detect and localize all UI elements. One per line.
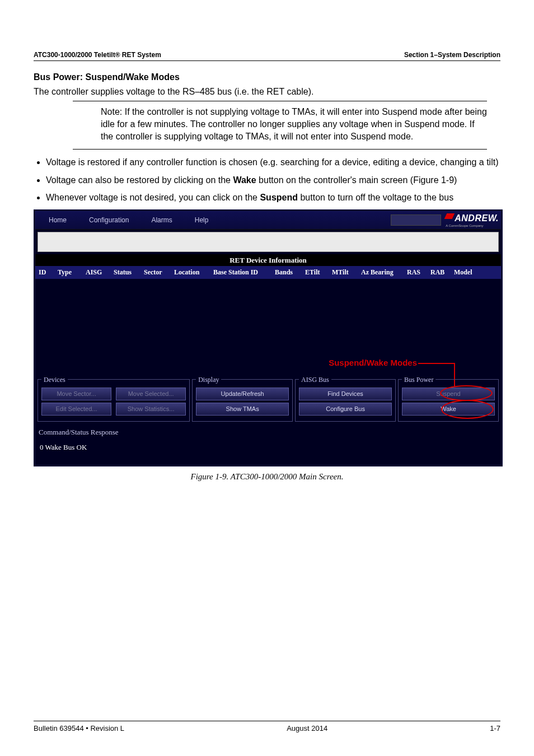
col-status[interactable]: Status — [114, 268, 138, 277]
col-id[interactable]: ID — [39, 268, 52, 277]
intro-paragraph: The controller supplies voltage to the R… — [34, 86, 500, 98]
move-selected-button[interactable]: Move Selected... — [116, 388, 186, 400]
figure-caption: Figure 1-9. ATC300-1000/2000 Main Screen… — [34, 471, 500, 482]
command-status-body: 0 Wake Bus OK — [39, 437, 498, 461]
callout-line-icon — [418, 363, 455, 364]
col-az-bearing[interactable]: Az Bearing — [361, 268, 401, 277]
brand-area: ANDREW. A CommScope Company — [391, 212, 499, 228]
wake-button[interactable]: Wake — [402, 403, 495, 416]
bullet-3-post: button to turn off the voltage to the bu… — [298, 193, 453, 202]
bullet-3-bold: Suspend — [260, 193, 298, 202]
suspend-wake-callout: Suspend/Wake Modes — [35, 357, 501, 371]
command-status-panel: Command/Status Response 0 Wake Bus OK — [35, 424, 501, 465]
app-window: Home Configuration Alarms Help ANDREW. A… — [34, 209, 503, 466]
running-header: ATC300-1000/2000 Teletilt® RET System Se… — [34, 50, 500, 61]
col-mtilt[interactable]: MTilt — [332, 268, 355, 277]
bullet-2-post: button on the controller's main screen (… — [256, 175, 457, 185]
note-text: Note: If the controller is not supplying… — [101, 107, 487, 141]
col-base-station-id[interactable]: Base Station ID — [213, 268, 269, 277]
group-aisg-bus-legend: AISG Bus — [299, 375, 331, 384]
menu-home[interactable]: Home — [38, 213, 78, 227]
col-location[interactable]: Location — [174, 268, 208, 277]
bullet-3: Whenever voltage is not desired, you can… — [46, 192, 500, 204]
show-statistics-button[interactable]: Show Statistics... — [116, 403, 186, 416]
group-bus-power-legend: Bus Power — [402, 375, 435, 384]
header-left: ATC300-1000/2000 Teletilt® RET System — [34, 50, 161, 59]
bullet-2-bold: Wake — [233, 175, 256, 185]
show-tmas-button[interactable]: Show TMAs — [196, 403, 289, 416]
brand-logo: ANDREW. — [446, 212, 499, 225]
col-ras[interactable]: RAS — [407, 268, 425, 277]
footer-right: 1-7 — [490, 724, 500, 734]
grid-columns: ID Type AISG Status Sector Location Base… — [35, 266, 501, 278]
grid-body-empty — [35, 279, 501, 357]
col-sector[interactable]: Sector — [144, 268, 168, 277]
callout-label-sw: Suspend/Wake — [329, 358, 388, 367]
configure-bus-button[interactable]: Configure Bus — [299, 403, 392, 416]
grid-title: RET Device Information — [35, 254, 501, 267]
footer-center: August 2014 — [287, 724, 327, 734]
menu-alarms[interactable]: Alarms — [140, 213, 183, 227]
bullet-3-pre: Whenever voltage is not desired, you can… — [46, 193, 260, 202]
group-display-legend: Display — [196, 375, 221, 384]
menubar: Home Configuration Alarms Help ANDREW. A… — [35, 211, 501, 230]
col-aisg[interactable]: AISG — [86, 268, 108, 277]
group-devices-legend: Devices — [41, 375, 68, 384]
col-etilt[interactable]: ETilt — [305, 268, 326, 277]
suspend-button[interactable]: Suspend — [402, 388, 495, 400]
bullet-2-pre: Voltage can also be restored by clicking… — [46, 175, 233, 185]
toolbar-strip — [38, 232, 499, 252]
footer-left: Bulletin 639544 • Revision L — [34, 724, 124, 734]
move-sector-button[interactable]: Move Sector... — [41, 388, 111, 400]
col-bands[interactable]: Bands — [275, 268, 299, 277]
col-rab[interactable]: RAB — [430, 268, 448, 277]
group-devices: Devices Move Sector... Edit Selected... … — [38, 375, 190, 422]
menu-configuration[interactable]: Configuration — [78, 213, 140, 227]
group-aisg-bus: AISG Bus Find Devices Configure Bus — [295, 375, 396, 422]
note-block: Note: If the controller is not supplying… — [73, 101, 487, 150]
page-footer: Bulletin 639544 • Revision L August 2014… — [34, 721, 500, 734]
bullet-1: Voltage is restored if any controller fu… — [46, 156, 500, 169]
col-model[interactable]: Model — [454, 268, 472, 277]
menu-help[interactable]: Help — [184, 213, 220, 227]
update-refresh-button[interactable]: Update/Refresh — [196, 388, 289, 400]
brand-chip-icon — [391, 214, 441, 226]
col-type[interactable]: Type — [58, 268, 80, 277]
command-status-title: Command/Status Response — [39, 427, 498, 437]
edit-selected-button[interactable]: Edit Selected... — [41, 403, 111, 416]
bullet-2: Voltage can also be restored by clicking… — [46, 174, 500, 186]
callout-label-modes: Modes — [388, 358, 417, 367]
find-devices-button[interactable]: Find Devices — [299, 388, 392, 400]
header-right: Section 1–System Description — [404, 50, 500, 59]
group-display: Display Update/Refresh Show TMAs — [192, 375, 293, 422]
group-bus-power: Bus Power Suspend Wake — [398, 375, 499, 422]
bullet-list: Voltage is restored if any controller fu… — [46, 156, 500, 204]
section-heading: Bus Power: Suspend/Wake Modes — [34, 71, 500, 83]
